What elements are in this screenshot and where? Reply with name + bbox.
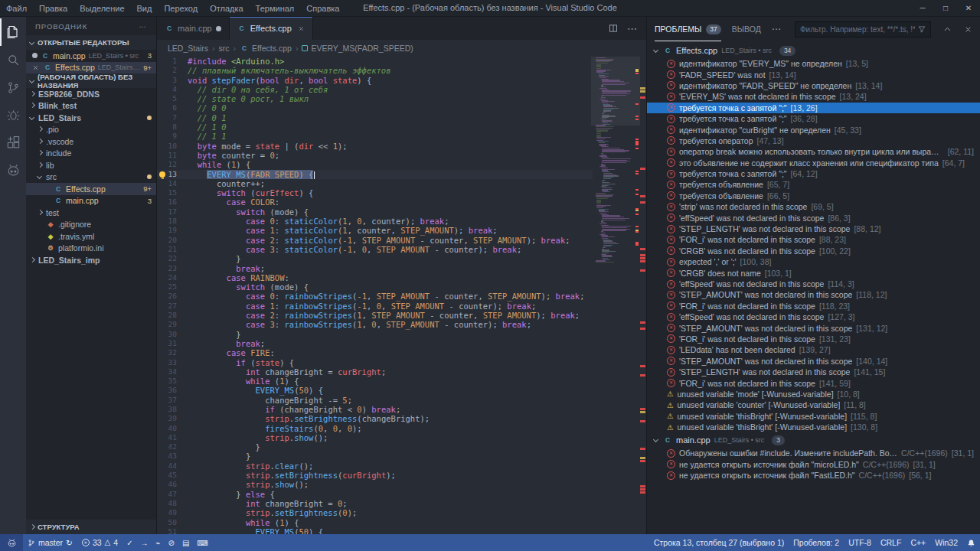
code-line[interactable]: 42} [157,442,593,452]
code-line[interactable]: 47} else { [157,490,593,499]
code-line[interactable]: 38if (changeBright < 0) break; [157,405,593,414]
tab-output[interactable]: ВЫВОД [732,17,761,41]
tree-folder-src[interactable]: src [26,171,156,184]
pio-home-button[interactable] [0,534,23,551]
problem-item[interactable]: ✕требуется точка с запятой ";"[36, 28] [647,113,980,124]
code-line[interactable]: 17switch (mode) { [157,207,593,217]
open-editors-header[interactable]: ОТКРЫТЫЕ РЕДАКТОРЫ [26,35,156,50]
code-line[interactable]: 7// 0 1 [157,113,593,122]
code-line[interactable]: 37changeBright -= 5; [157,396,593,405]
breadcrumb-item[interactable]: LED_Stairs [168,44,208,53]
problem-item[interactable]: ✕expected ',' or ';'[100, 38] [647,256,980,267]
code-line[interactable]: 26case 0: rainbowStripes(-1, STEP_AMOUNT… [157,292,593,301]
code-line[interactable]: 29case 3: rainbowStripes(1, 0, STEP_AMOU… [157,320,593,329]
overview-ruler[interactable] [639,57,646,534]
problem-item[interactable]: ✕идентификатор "curBright" не определен[… [647,124,980,135]
problems-group-header[interactable]: CEffects.cppLED_Stairs • src34 [647,43,980,58]
minimize-button[interactable]: ─ [911,0,934,16]
code-line[interactable]: 48int changeBright = 0; [157,499,593,508]
code-line[interactable]: 23break; [157,264,593,273]
more-actions-icon[interactable]: ⋯ [139,22,148,31]
tree-folder-LED_Stairs[interactable]: LED_Stairs [26,112,156,124]
activity-source-control-icon[interactable] [0,73,26,101]
problem-item[interactable]: ✕'STEP_LENGTH' was not declared in this … [647,367,980,377]
code-line[interactable]: 22} [157,254,593,263]
problem-item[interactable]: ✕'FOR_i' was not declared in this scope[… [647,301,980,311]
code-line[interactable]: 25switch (mode) { [157,282,593,292]
more-actions-icon[interactable]: ⋯ [627,23,637,34]
code-line[interactable]: 41strip.show(); [157,433,593,442]
status-language-mode[interactable]: C++ [906,534,930,551]
notifications-bell-button[interactable] [962,534,980,551]
problem-item[interactable]: ✕'FOR_i' was not declared in this scope[… [647,334,980,344]
breadcrumb-item[interactable]: src [219,44,230,53]
menu-debug[interactable]: Отладка [204,0,249,16]
problem-item[interactable]: ✕'STEP_AMOUNT' was not declared in this … [647,289,980,300]
minimap[interactable] [594,57,639,534]
tree-folder-test[interactable]: test [26,207,156,219]
code-line[interactable]: 50while (1) { [157,518,593,527]
tree-folder-ESP8266_DDNS[interactable]: ESP8266_DDNS [26,88,156,100]
problem-item[interactable]: ✕'STEP_AMOUNT' was not declared in this … [647,356,980,367]
problem-item[interactable]: ⚠unused variable 'mode' [-Wunused-variab… [647,389,980,399]
code-line[interactable]: 15switch (curEffect) { [157,188,593,197]
pio-clean-button[interactable]: ⊘ [165,534,178,551]
code-line[interactable]: 44strip.clear(); [157,461,593,471]
menu-edit[interactable]: Правка [33,0,74,16]
status-platform[interactable]: Win32 [930,534,962,551]
problem-item[interactable]: ✕'FOR_i' was not declared in this scope[… [647,234,980,245]
pio-monitor-button[interactable]: ▤ [178,534,193,551]
split-editor-icon[interactable] [609,24,618,33]
pio-build-button[interactable]: ✓ [122,534,136,551]
code-line[interactable]: 11byte counter = 0; [157,151,593,160]
code-line[interactable]: 43} [157,452,593,461]
pio-serial-button[interactable]: ⌁ [152,534,165,551]
tree-folder-LED_Stairs_imp[interactable]: LED_Stairs_imp [26,254,156,266]
code-line[interactable]: 16case COLOR: [157,197,593,207]
status-eol[interactable]: CRLF [876,534,906,551]
code-line[interactable]: 35while (1) { [157,377,593,386]
status-indentation[interactable]: Пробелов: 2 [789,534,844,551]
problem-item[interactable]: ✕'CRGB' does not name[103, 1] [647,267,980,278]
close-panel-icon[interactable] [964,25,972,34]
problem-item[interactable]: ✕оператор break можно использовать тольк… [647,146,980,157]
code-line[interactable]: 24case RAINBOW: [157,273,593,282]
tree-file-platformio.ini[interactable]: ⚙platformio.ini [26,243,156,255]
problem-item[interactable]: ⚠unused variable 'thisBright' [-Wunused-… [647,422,980,432]
code-area[interactable]: 1#include <Arduino.h>2// плавный включат… [157,57,646,534]
problem-item[interactable]: ✕требуется точка с запятой ";"[64, 12] [647,168,980,179]
problem-item[interactable]: ✕'effSpeed' was not declared in this sco… [647,279,980,289]
tab-problems[interactable]: ПРОБЛЕМЫ 37 [655,17,721,41]
code-line[interactable]: 4// dir 0 на себя, 1 от себя [157,85,593,94]
code-line[interactable]: 9// 1 1 [157,132,593,141]
close-button[interactable]: ✕ [957,0,980,16]
lightbulb-icon[interactable] [159,171,165,178]
code-line[interactable]: 46strip.show(); [157,480,593,489]
code-line[interactable]: 20case 2: staticColor(-1, STEP_AMOUNT - … [157,236,593,245]
maximize-button[interactable]: □ [934,0,957,16]
workspace-header[interactable]: (РАБОЧАЯ ОБЛАСТЬ) БЕЗ НАЗВАНИЯ [26,73,156,88]
problem-item[interactable]: ✕идентификатор "EVERY_MS" не определен[1… [647,58,980,69]
code-line[interactable]: 34int changeBright = curBright; [157,367,593,377]
menu-file[interactable]: Файл [0,0,33,16]
menu-terminal[interactable]: Терминал [250,0,301,16]
code-line[interactable]: 14counter++; [157,179,593,188]
git-branch-button[interactable]: master ↻ [23,534,77,551]
problems-summary-button[interactable]: ✕ 33 △ 4 [77,534,122,551]
problem-item[interactable]: ✕требуется объявление[66, 5] [647,191,980,201]
code-line[interactable]: 12while (1) { [157,160,593,169]
problem-item[interactable]: ✕Обнаружены ошибки #include. Измените in… [647,448,980,458]
problem-item[interactable]: ✕это объявление не содержит класс хранен… [647,158,980,168]
code-line[interactable]: 32case FIRE: [157,348,593,357]
problem-item[interactable]: ✕'effSpeed' was not declared in this sco… [647,311,980,322]
tree-folder-.vscode[interactable]: .vscode [26,135,156,148]
activity-search-icon[interactable] [0,46,26,73]
code-line[interactable]: 33if (state) { [157,358,593,367]
status-encoding[interactable]: UTF-8 [844,534,876,551]
tree-file-Effects.cpp[interactable]: CEffects.cpp9+ [26,183,156,195]
activity-extensions-icon[interactable] [0,129,26,156]
problem-item[interactable]: ✕'CRGB' was not declared in this scope[1… [647,246,980,256]
tree-file-main.cpp[interactable]: Cmain.cpp3 [26,195,156,207]
menu-selection[interactable]: Выделение [74,0,130,16]
tab-Effects.cpp[interactable]: CEffects.cpp [230,17,313,40]
